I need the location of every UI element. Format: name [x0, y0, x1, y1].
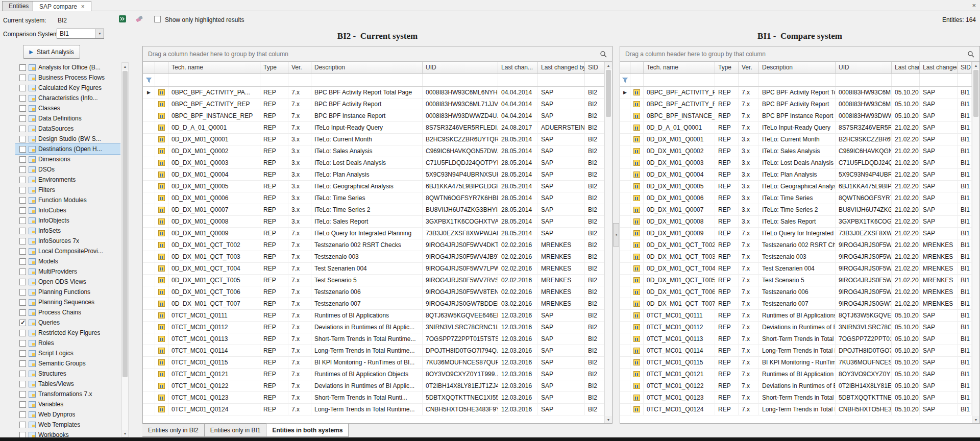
filter-cell[interactable] — [288, 74, 311, 86]
filter-cell[interactable] — [715, 74, 739, 86]
table-row[interactable]: ▶ 0D_DX_M01_Q0007 REP 3.x ITeLo: Time Se… — [620, 204, 972, 216]
tree-item[interactable]: MultiProviders — [15, 266, 120, 277]
table-row[interactable]: ▶ 0BPC_BPF_ACTIVITY_REP REP 7.x BPC BPF … — [143, 99, 604, 110]
tree-item[interactable]: Planning Sequences — [15, 297, 120, 307]
grid-scrollbar[interactable]: ▲ ▼ — [972, 62, 979, 423]
table-row[interactable]: ▶ 0D_DX_M01_QCT_T005 REP 7.x Test Scenar… — [143, 275, 604, 286]
scroll-up-icon[interactable]: ▲ — [605, 62, 612, 69]
column-header[interactable]: UID — [836, 62, 892, 74]
column-header[interactable]: Last chan... — [892, 62, 920, 74]
table-row[interactable]: ▶ 0D_DX_M01_Q0008 REP 3.x ITeLo: Sales R… — [143, 216, 604, 228]
tree-item[interactable]: Business Process Flows — [15, 72, 120, 83]
tree-item-checkbox[interactable] — [19, 238, 26, 244]
tree-item-checkbox[interactable] — [19, 187, 26, 193]
filter-cell[interactable] — [155, 74, 168, 86]
table-row[interactable]: ▶ 0BPC_BPF_INSTANCE_... REP 7.x BPC BPF … — [620, 110, 972, 122]
tree-item[interactable]: InfoSets — [15, 226, 120, 236]
tree-item-checkbox[interactable] — [19, 432, 26, 438]
table-row[interactable]: ▶ 0TCT_MC01_Q0115 REP 7.x BI KPI Monitor… — [620, 357, 972, 369]
tree-item[interactable]: Queries — [15, 317, 120, 328]
table-row[interactable]: ▶ 0BPC_BPF_ACTIVITY_P... REP 7.x BPC BPF… — [620, 87, 972, 99]
table-row[interactable]: ▶ 0D_DX_M01_Q0006 REP 3.x ITeLo: Time Se… — [143, 192, 604, 204]
collapse-left-icon[interactable]: ◄ — [613, 223, 619, 247]
scroll-up-icon[interactable]: ▲ — [122, 63, 128, 70]
tree-item-checkbox[interactable] — [19, 422, 26, 428]
table-row[interactable]: ▶ 0TCT_MC01_Q0121 REP 7.x Runtimes of BI… — [143, 369, 604, 380]
filter-cell[interactable] — [836, 74, 892, 86]
tree-item-checkbox[interactable] — [19, 411, 26, 418]
filter-cell[interactable] — [958, 74, 972, 86]
filter-cell[interactable] — [260, 74, 288, 86]
column-header[interactable]: Last changed by — [538, 62, 585, 74]
table-row[interactable]: ▶ 0TCT_MC01_Q0124 REP 7.x Long-Term Tren… — [620, 404, 972, 415]
tree-item-checkbox[interactable] — [19, 177, 26, 183]
filter-icon[interactable] — [620, 74, 630, 86]
table-row[interactable]: ▶ 0TCT_MC01_Q0112 REP 7.x Deviations in … — [143, 322, 604, 333]
tree-item[interactable]: Local CompositeProvi... — [15, 246, 120, 256]
column-header[interactable]: SID — [958, 62, 972, 74]
search-icon[interactable] — [967, 51, 974, 58]
grid-scrollbar[interactable]: ▲ ▼ — [604, 62, 612, 423]
start-analysis-button[interactable]: ▶ Start Analysis — [23, 45, 80, 59]
tree-item-checkbox[interactable] — [19, 166, 26, 173]
tree-item[interactable]: Structures — [15, 369, 120, 379]
filter-cell[interactable] — [311, 74, 423, 86]
filter-cell[interactable] — [630, 74, 644, 86]
filter-cell[interactable] — [498, 74, 538, 86]
table-row[interactable]: ▶ 0D_DX_M01_QCT_T006 REP 7.x Testszenari… — [620, 286, 972, 298]
tree-item-checkbox[interactable] — [19, 207, 26, 214]
tree-item-checkbox[interactable] — [19, 371, 26, 377]
filter-cell[interactable] — [892, 74, 920, 86]
tree-item-checkbox[interactable] — [19, 146, 26, 153]
tree-item-checkbox[interactable] — [19, 217, 26, 224]
tree-item[interactable]: Environments — [15, 175, 120, 185]
column-header[interactable]: Description — [759, 62, 836, 74]
tree-item[interactable]: Data Definitions — [15, 113, 120, 124]
table-row[interactable]: ▶ 0TCT_MC01_Q0121 REP 7.x Runtimes of BI… — [620, 369, 972, 380]
table-row[interactable]: ▶ 0TCT_MC01_Q0113 REP 7.x Short-Term Tre… — [143, 333, 604, 345]
column-header[interactable]: Tech. name — [168, 62, 260, 74]
table-row[interactable]: ▶ 0D_DX_M01_Q0005 REP 3.x ITeLo: Geograp… — [620, 181, 972, 192]
tree-scrollbar-thumb[interactable] — [122, 71, 128, 377]
scroll-down-icon[interactable]: ▼ — [122, 430, 128, 437]
table-row[interactable]: ▶ 0D_DX_M01_Q0007 REP 3.x ITeLo: Time Se… — [143, 204, 604, 216]
tree-item[interactable]: Web Templates — [15, 420, 120, 430]
tree-item[interactable]: Design Studio (BW S... — [15, 134, 120, 144]
tree-item[interactable]: Script Logics — [15, 348, 120, 358]
table-row[interactable]: ▶ 0TCT_MC01_Q0111 REP 7.x Runtimes of BI… — [620, 310, 972, 322]
tree-item-checkbox[interactable] — [19, 136, 26, 142]
table-row[interactable]: ▶ 0D_DX_M01_QCT_T007 REP 7.x Testszenari… — [620, 298, 972, 310]
tree-item-checkbox[interactable] — [19, 126, 26, 132]
table-row[interactable]: ▶ 0D_DX_M01_Q0004 REP 3.x ITeLo: Plan An… — [143, 169, 604, 181]
grid-scrollbar-thumb[interactable] — [973, 70, 978, 117]
table-row[interactable]: ▶ 0D_DX_M01_Q0001 REP 3.x ITeLo: Current… — [143, 134, 604, 145]
tree-item[interactable]: Planning Functions — [15, 287, 120, 297]
clear-highlight-icon[interactable] — [134, 14, 144, 24]
table-row[interactable]: ▶ 0TCT_MC01_Q0114 REP 7.x Long-Term Tren… — [620, 345, 972, 357]
tree-item[interactable]: Restricted Key Figures — [15, 328, 120, 338]
tree-item[interactable]: Analysis for Office (B... — [15, 62, 120, 72]
column-header[interactable]: Ver. — [739, 62, 759, 74]
filter-row[interactable] — [620, 74, 972, 87]
table-row[interactable]: ▶ 0D_DX_M01_QCT_T004 REP 7.x Test Szenar… — [620, 263, 972, 275]
table-row[interactable]: ▶ 0D_DX_M01_Q0002 REP 3.x ITeLo: Sales A… — [620, 145, 972, 157]
column-header[interactable]: Type — [715, 62, 739, 74]
tree-item[interactable]: Characteristics (Info... — [15, 93, 120, 103]
table-row[interactable]: ▶ 0TCT_MC01_Q0112 REP 7.x Deviations in … — [620, 322, 972, 333]
table-row[interactable]: ▶ 0BPC_BPF_ACTIVITY_REP REP 7.x BPC BPF … — [620, 99, 972, 110]
table-row[interactable]: ▶ 0TCT_MC01_Q0113 REP 7.x Short-Term Tre… — [620, 333, 972, 345]
comparison-system-select[interactable]: BI1 ▼ — [57, 29, 104, 39]
column-header[interactable]: UID — [423, 62, 498, 74]
chevron-down-icon[interactable]: ▼ — [95, 29, 104, 38]
tree-item-checkbox[interactable] — [19, 268, 26, 275]
tree-item-checkbox[interactable] — [19, 401, 26, 408]
table-row[interactable]: ▶ 0D_DX_M01_QCT_T004 REP 7.x Test Szenar… — [143, 263, 604, 275]
table-row[interactable]: ▶ 0D_DX_M01_QCT_T003 REP 7.x Testszenaio… — [620, 251, 972, 263]
filter-cell[interactable] — [538, 74, 585, 86]
table-row[interactable]: ▶ 0D_DX_M01_Q0008 REP 3.x ITeLo: Sales R… — [620, 216, 972, 228]
close-icon[interactable]: × — [972, 2, 976, 9]
table-row[interactable]: ▶ 0D_D_A_01_Q0001 REP 7.x ITeLo Input-Re… — [143, 122, 604, 134]
tree-item[interactable]: Models — [15, 256, 120, 266]
tree-item-checkbox[interactable] — [19, 381, 26, 387]
table-row[interactable]: ▶ 0TCT_MC01_Q0114 REP 7.x Long-Term Tren… — [143, 345, 604, 357]
